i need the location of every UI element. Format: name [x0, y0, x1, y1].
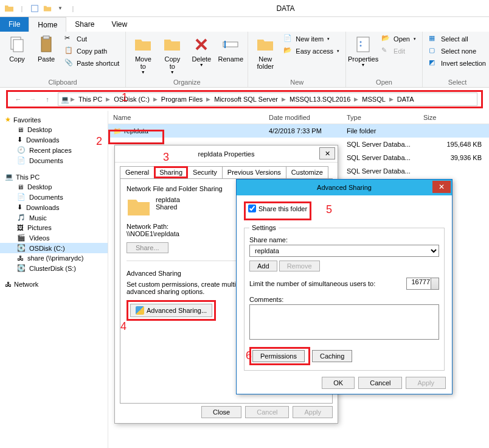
- share-folder-checkbox-input[interactable]: [248, 205, 256, 212]
- advanced-sharing-button[interactable]: Advanced Sharing...: [130, 304, 212, 317]
- nav-pc-clusterdisk[interactable]: 💽ClusterDisk (S:): [0, 263, 108, 273]
- copy-button[interactable]: Copy: [4, 33, 30, 64]
- selectall-button[interactable]: ▦Select all: [426, 33, 488, 44]
- newitem-button[interactable]: 📄New item▾: [281, 33, 342, 44]
- tab-general[interactable]: General: [120, 166, 154, 178]
- qat-properties-icon[interactable]: [29, 3, 40, 14]
- share-folder-checkbox[interactable]: Share this folder: [248, 205, 307, 212]
- selectnone-button[interactable]: ▢Select none: [426, 46, 488, 57]
- share-button[interactable]: Share...: [127, 242, 168, 253]
- nav-pc-downloads[interactable]: ⬇Downloads: [0, 202, 108, 212]
- edit-button[interactable]: ✎Edit: [379, 46, 418, 57]
- cancel-button[interactable]: Cancel: [358, 377, 402, 389]
- add-button[interactable]: Add: [249, 261, 277, 271]
- limit-label: Limit the number of simultaneous users t…: [249, 280, 403, 287]
- ok-button[interactable]: OK: [322, 377, 355, 389]
- pictures-icon: 🖼: [17, 224, 24, 231]
- window-title: DATA: [82, 4, 489, 13]
- nav-forward-button[interactable]: →: [26, 93, 40, 106]
- downloads-icon: ⬇: [17, 136, 23, 144]
- window-titlebar: | ▼ | DATA: [0, 0, 489, 17]
- cut-button[interactable]: ✂Cut: [62, 33, 122, 44]
- apply-button[interactable]: Apply: [293, 406, 333, 418]
- crumb-mssql[interactable]: Microsoft SQL Server: [212, 96, 280, 103]
- sharename-combo[interactable]: repldata: [249, 245, 439, 257]
- col-size[interactable]: Size: [418, 114, 489, 121]
- crumb-mssql13[interactable]: MSSQL13.SQL2016: [287, 96, 353, 103]
- comments-textarea[interactable]: [249, 304, 439, 340]
- network-icon: 🖧: [5, 281, 12, 288]
- nav-downloads[interactable]: ⬇Downloads: [0, 135, 108, 145]
- ribbon-group-new: New folder 📄New item▾ 📂Easy access▾ New: [248, 32, 346, 87]
- drive-icon: 💽: [17, 244, 26, 252]
- annotation-3: 3: [163, 151, 169, 164]
- selectall-label: Select all: [441, 35, 468, 43]
- col-type[interactable]: Type: [342, 114, 418, 121]
- easyaccess-label: Easy access: [296, 47, 333, 55]
- pasteshortcut-button[interactable]: 📎Paste shortcut: [62, 58, 122, 69]
- cancel-button[interactable]: Cancel: [245, 406, 289, 418]
- moveto-label: Move to: [132, 55, 154, 70]
- rename-button[interactable]: Rename: [217, 33, 244, 64]
- share-state: Shared: [156, 203, 180, 211]
- nav-up-button[interactable]: ↑: [41, 93, 54, 106]
- table-row[interactable]: 📁repldata4/2/2018 7:33 PMFile folder: [108, 124, 489, 138]
- tab-security[interactable]: Security: [187, 166, 223, 178]
- nav-pc-desktop[interactable]: 🖥Desktop: [0, 182, 108, 192]
- favorites-header[interactable]: ★Favorites: [0, 114, 108, 125]
- tab-customize[interactable]: Customize: [286, 166, 328, 178]
- open-button[interactable]: 📂Open▾: [379, 33, 418, 44]
- qat-dropdown-icon[interactable]: ▼: [55, 3, 66, 14]
- newfolder-button[interactable]: New folder: [252, 33, 279, 71]
- crumb-mssqldir[interactable]: MSSQL: [359, 96, 388, 103]
- caching-button[interactable]: Caching: [312, 350, 352, 362]
- open-label: Open: [394, 35, 410, 43]
- nav-back-button[interactable]: ←: [12, 93, 25, 106]
- navigation-pane: ★Favorites 🖥Desktop ⬇Downloads 🕘Recent p…: [0, 111, 108, 448]
- nav-desktop[interactable]: 🖥Desktop: [0, 125, 108, 135]
- crumb-thispc[interactable]: This PC: [76, 96, 105, 103]
- nav-pc-osdisk[interactable]: 💽OSDisk (C:): [0, 243, 108, 253]
- rename-label: Rename: [218, 55, 244, 63]
- tab-sharing[interactable]: Sharing: [154, 166, 188, 178]
- nav-pc-documents[interactable]: 📄Documents: [0, 192, 108, 202]
- crumb-programfiles[interactable]: Program Files: [159, 96, 205, 103]
- tab-share[interactable]: Share: [66, 17, 103, 32]
- col-name[interactable]: Name: [108, 114, 264, 121]
- paste-button[interactable]: Paste: [33, 33, 60, 64]
- easyaccess-icon: 📂: [283, 46, 293, 56]
- tab-file[interactable]: File: [0, 17, 29, 32]
- qat-open-icon[interactable]: [42, 3, 53, 14]
- svg-rect-6: [224, 41, 226, 48]
- nav-pc-music[interactable]: 🎵Music: [0, 212, 108, 223]
- thispc-header[interactable]: 💻This PC: [0, 172, 108, 182]
- tab-previousversions[interactable]: Previous Versions: [222, 166, 286, 178]
- properties-close-button[interactable]: ✕: [319, 147, 335, 159]
- crumb-osdisk[interactable]: OSDisk (C:): [111, 96, 152, 103]
- nav-recentplaces[interactable]: 🕘Recent places: [0, 145, 108, 155]
- network-header[interactable]: 🖧Network: [0, 279, 108, 289]
- invertselection-button[interactable]: ◩Invert selection: [426, 58, 488, 69]
- advsharing-close-button[interactable]: ✕: [432, 181, 451, 193]
- remove-button[interactable]: Remove: [279, 261, 320, 271]
- tab-view[interactable]: View: [103, 17, 136, 32]
- limit-spinner[interactable]: 16777: [406, 278, 439, 290]
- crumb-data[interactable]: DATA: [395, 96, 417, 103]
- col-date[interactable]: Date modified: [264, 114, 342, 121]
- apply-button[interactable]: Apply: [406, 377, 446, 389]
- copypath-button[interactable]: 📋Copy path: [62, 46, 122, 57]
- qat-divider: |: [68, 3, 78, 14]
- nav-documents[interactable]: 📄Documents: [0, 155, 108, 166]
- permissions-button[interactable]: Permissions: [252, 350, 305, 362]
- copyto-button[interactable]: Copy to▼: [159, 33, 186, 75]
- easyaccess-button[interactable]: 📂Easy access▾: [281, 46, 342, 57]
- moveto-button[interactable]: Move to▼: [130, 33, 156, 75]
- nav-pc-pictures[interactable]: 🖼Pictures: [0, 223, 108, 233]
- breadcrumb-bar[interactable]: 💻 ▶ This PC▶ OSDisk (C:)▶ Program Files▶…: [58, 93, 477, 106]
- nav-pc-videos[interactable]: 🎬Videos: [0, 233, 108, 243]
- properties-button[interactable]: Properties▼: [350, 33, 376, 68]
- delete-button[interactable]: Delete▼: [188, 33, 215, 68]
- close-button[interactable]: Close: [201, 406, 241, 418]
- nav-pc-share[interactable]: 🖧share (\\primarydc): [0, 253, 108, 263]
- tab-home[interactable]: Home: [29, 17, 66, 32]
